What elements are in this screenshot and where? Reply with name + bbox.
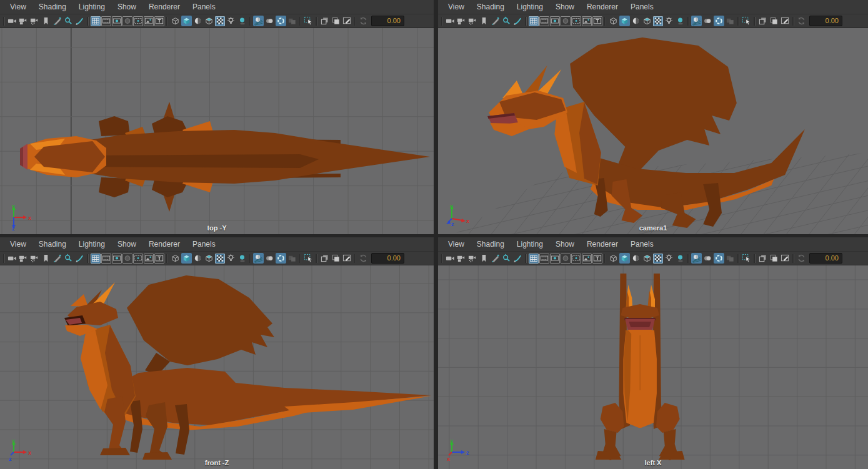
image-output-icon[interactable]: [342, 253, 352, 264]
shaded-cube-icon[interactable]: [181, 16, 192, 26]
gate-mask-icon[interactable]: [122, 16, 132, 26]
lights-icon[interactable]: [226, 253, 236, 264]
camera-attributes-icon[interactable]: [467, 16, 478, 26]
image-plane-icon[interactable]: [582, 16, 592, 26]
zoom-pan-icon[interactable]: [63, 16, 74, 26]
shaded-cube-icon[interactable]: [619, 16, 630, 26]
frame-rate-field[interactable]: 0.00: [809, 16, 842, 26]
menu-renderer[interactable]: Renderer: [142, 238, 186, 251]
isolate-select-back-icon[interactable]: [319, 16, 330, 26]
isolate-select-back-icon[interactable]: [319, 253, 330, 264]
wireframe-cube-icon[interactable]: [608, 16, 619, 26]
viewport-canvas[interactable]: top -Y yxz: [0, 28, 434, 234]
menu-view[interactable]: View: [442, 238, 471, 251]
frame-rate-field[interactable]: 0.00: [371, 253, 404, 264]
paint-brush-icon[interactable]: [512, 253, 523, 264]
zoom-pan-icon[interactable]: [501, 16, 512, 26]
bookmark-icon[interactable]: [41, 253, 51, 264]
flat-shade-icon[interactable]: [192, 16, 203, 26]
sequence-icon[interactable]: [287, 253, 297, 264]
resolution-gate-icon[interactable]: [550, 16, 560, 26]
attribute-editor-icon[interactable]: [490, 16, 501, 26]
image-plane-icon[interactable]: [144, 254, 154, 264]
camera-lock-icon[interactable]: [18, 253, 29, 264]
sequence-icon[interactable]: [287, 16, 297, 26]
menu-lighting[interactable]: Lighting: [72, 238, 111, 251]
bookmark-icon[interactable]: [479, 253, 489, 264]
select-tool-icon[interactable]: [303, 16, 314, 26]
grid-icon[interactable]: [529, 254, 539, 264]
refresh-icon[interactable]: [796, 16, 807, 26]
camera-lock-icon[interactable]: [456, 16, 467, 26]
refresh-icon[interactable]: [358, 16, 369, 26]
menu-shading[interactable]: Shading: [471, 1, 511, 14]
menu-show[interactable]: Show: [111, 238, 142, 251]
isolate-select-front-icon[interactable]: [769, 16, 779, 26]
grid-icon[interactable]: [529, 16, 539, 26]
motion-blur-icon[interactable]: [264, 253, 275, 264]
image-output-icon[interactable]: [780, 16, 791, 26]
sequence-icon[interactable]: [725, 16, 736, 26]
image-plane-icon[interactable]: [144, 16, 154, 26]
menu-panels[interactable]: Panels: [186, 1, 222, 14]
refresh-icon[interactable]: [796, 253, 807, 264]
menu-renderer[interactable]: Renderer: [581, 238, 624, 251]
attribute-editor-icon[interactable]: [52, 16, 62, 26]
gate-mask-icon[interactable]: [561, 254, 571, 264]
resolution-gate-icon[interactable]: [112, 254, 122, 264]
lights-icon[interactable]: [226, 16, 236, 26]
menu-lighting[interactable]: Lighting: [511, 1, 549, 14]
camera-icon[interactable]: [445, 253, 456, 264]
hud-text-icon[interactable]: [592, 254, 602, 264]
refresh-icon[interactable]: [358, 253, 369, 264]
image-output-icon[interactable]: [780, 253, 791, 264]
menu-view[interactable]: View: [4, 238, 32, 251]
anti-alias-icon[interactable]: [714, 16, 724, 26]
zoom-pan-icon[interactable]: [501, 253, 512, 264]
menu-shading[interactable]: Shading: [471, 238, 511, 251]
paint-brush-icon[interactable]: [74, 16, 85, 26]
camera-icon[interactable]: [7, 253, 17, 264]
motion-blur-icon[interactable]: [702, 253, 713, 264]
textured-icon[interactable]: [653, 254, 663, 264]
attribute-editor-icon[interactable]: [490, 253, 501, 264]
grid-icon[interactable]: [91, 254, 101, 264]
resolution-gate-icon[interactable]: [550, 254, 560, 264]
lights-icon[interactable]: [664, 16, 674, 26]
wireframe-on-shaded-icon[interactable]: [642, 16, 652, 26]
motion-blur-icon[interactable]: [702, 16, 713, 26]
menu-shading[interactable]: Shading: [32, 238, 72, 251]
bookmark-icon[interactable]: [41, 16, 51, 26]
film-gate-icon[interactable]: [101, 254, 111, 264]
shadows-icon[interactable]: [675, 253, 686, 264]
field-chart-icon[interactable]: [571, 16, 581, 26]
flat-shade-icon[interactable]: [631, 253, 641, 264]
menu-renderer[interactable]: Renderer: [581, 1, 624, 14]
viewport-canvas[interactable]: camera1 yxz: [438, 28, 868, 234]
camera-attributes-icon[interactable]: [29, 16, 40, 26]
ambient-occlusion-icon[interactable]: [253, 253, 264, 264]
wireframe-on-shaded-icon[interactable]: [204, 253, 214, 264]
attribute-editor-icon[interactable]: [52, 253, 62, 264]
wireframe-on-shaded-icon[interactable]: [642, 253, 652, 264]
menu-lighting[interactable]: Lighting: [511, 238, 549, 251]
gate-mask-icon[interactable]: [561, 16, 571, 26]
bookmark-icon[interactable]: [479, 16, 489, 26]
field-chart-icon[interactable]: [571, 254, 581, 264]
shadows-icon[interactable]: [675, 16, 686, 26]
camera-lock-icon[interactable]: [456, 253, 467, 264]
isolate-select-back-icon[interactable]: [757, 16, 768, 26]
menu-show[interactable]: Show: [549, 238, 581, 251]
field-chart-icon[interactable]: [133, 254, 143, 264]
menu-shading[interactable]: Shading: [32, 1, 72, 14]
film-gate-icon[interactable]: [101, 16, 111, 26]
anti-alias-icon[interactable]: [276, 253, 286, 264]
select-tool-icon[interactable]: [741, 253, 752, 264]
lights-icon[interactable]: [664, 253, 674, 264]
textured-icon[interactable]: [215, 254, 225, 264]
shadows-icon[interactable]: [237, 16, 247, 26]
menu-panels[interactable]: Panels: [624, 238, 660, 251]
textured-icon[interactable]: [653, 16, 663, 26]
viewport-canvas[interactable]: left X yzx: [438, 265, 868, 469]
frame-rate-field[interactable]: 0.00: [371, 16, 404, 26]
